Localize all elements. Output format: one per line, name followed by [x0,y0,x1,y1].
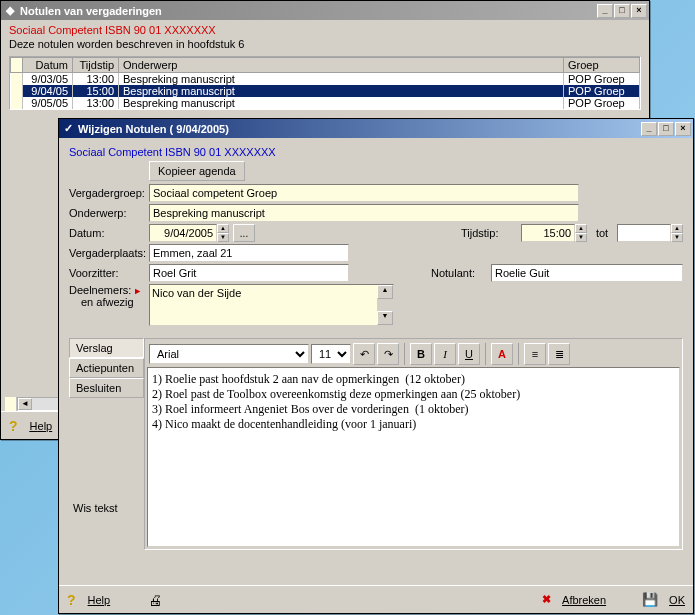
label-en-afwezig: en afwezig [81,296,134,308]
tab-verslag[interactable]: Verslag [69,338,144,358]
col-onderwerp[interactable]: Onderwerp [119,58,564,73]
dialog-title: Wijzigen Notulen ( 9/04/2005) [78,123,229,135]
tab-besluiten[interactable]: Besluiten [69,378,144,398]
label-vergaderplaats: Vergaderplaats: [69,247,149,259]
datum-spinner[interactable]: ▲▼ [217,224,229,242]
datum-input[interactable] [149,224,217,242]
underline-button[interactable]: U [458,343,480,365]
save-icon: 💾 [642,592,658,607]
table-row[interactable]: 9/05/05 13:00 Bespreking manuscript POP … [11,97,640,109]
notulen-titlebar[interactable]: ◆ Notulen van vergaderingen _ □ × [1,1,649,20]
font-size-select[interactable]: 11 [311,344,351,364]
col-groep[interactable]: Groep [564,58,640,73]
notulen-title: Notulen van vergaderingen [20,5,162,17]
help-link[interactable]: Help [30,420,53,432]
tijdstip-spinner[interactable]: ▲▼ [575,224,587,242]
editor-textarea[interactable]: 1) Roelie past hoofdstuk 2 aan nav de op… [147,367,680,547]
print-icon[interactable]: 🖨 [148,592,162,608]
maximize-button[interactable]: □ [658,122,674,136]
undo-button[interactable]: ↶ [353,343,375,365]
scroll-left-button[interactable]: ◄ [18,398,32,410]
table-row[interactable]: 9/04/05 15:00 Bespreking manuscript POP … [11,85,640,97]
notulen-description: Deze notulen worden beschreven in hoofds… [9,38,641,50]
tab-actiepunten[interactable]: Actiepunten [69,358,144,378]
cancel-icon: ✖ [542,593,551,606]
date-picker-button[interactable]: ... [233,224,255,242]
label-datum: Datum: [69,227,149,239]
close-button[interactable]: × [675,122,691,136]
notulen-heading: Sociaal Competent ISBN 90 01 XXXXXXX [9,24,641,36]
notulen-table: Datum Tijdstip Onderwerp Groep 9/03/05 1… [9,56,641,110]
afbreken-button[interactable]: Afbreken [562,594,606,606]
label-vergadergroep: Vergadergroep: [69,187,149,199]
minimize-button[interactable]: _ [597,4,613,18]
editor-toolbar: Arial 11 ↶ ↷ B I U A ≡ ≣ [147,341,680,367]
bold-button[interactable]: B [410,343,432,365]
help-icon: ? [67,592,76,608]
wijzigen-notulen-dialog: ✓ Wijzigen Notulen ( 9/04/2005) _ □ × So… [58,118,694,614]
tijdstip-input[interactable] [521,224,575,242]
onderwerp-input[interactable] [149,204,579,222]
vergaderplaats-input[interactable] [149,244,349,262]
number-list-button[interactable]: ≣ [548,343,570,365]
voorzitter-input[interactable] [149,264,349,282]
app-icon: ◆ [3,4,17,18]
label-deelnemers: Deelnemers: [69,284,131,296]
table-header-row: Datum Tijdstip Onderwerp Groep [11,58,640,73]
tot-input[interactable] [617,224,671,242]
required-marker: ► [133,286,142,296]
label-voorzitter: Voorzitter: [69,267,149,279]
close-button[interactable]: × [631,4,647,18]
dialog-heading: Sociaal Competent ISBN 90 01 XXXXXXX [69,146,683,158]
deelnemers-textarea[interactable]: Nico van der Sijde ▲▼ [149,284,394,326]
minimize-button[interactable]: _ [641,122,657,136]
bullet-list-button[interactable]: ≡ [524,343,546,365]
font-color-button[interactable]: A [491,343,513,365]
dialog-icon: ✓ [61,122,75,136]
label-tot: tot [587,227,617,239]
italic-button[interactable]: I [434,343,456,365]
table-row[interactable]: 9/03/05 13:00 Bespreking manuscript POP … [11,73,640,86]
notulant-input[interactable] [491,264,683,282]
label-notulant: Notulant: [431,267,491,279]
help-icon: ? [9,418,18,434]
col-datum[interactable]: Datum [23,58,73,73]
col-tijdstip[interactable]: Tijdstip [73,58,119,73]
tot-spinner[interactable]: ▲▼ [671,224,683,242]
ok-button[interactable]: OK [669,594,685,606]
maximize-button[interactable]: □ [614,4,630,18]
vergadergroep-input[interactable] [149,184,579,202]
font-select[interactable]: Arial [149,344,309,364]
label-onderwerp: Onderwerp: [69,207,149,219]
dialog-titlebar[interactable]: ✓ Wijzigen Notulen ( 9/04/2005) _ □ × [59,119,693,138]
label-tijdstip: Tijdstip: [461,227,521,239]
help-link[interactable]: Help [88,594,111,606]
kopieer-agenda-button[interactable]: Kopieer agenda [149,161,245,181]
textarea-scrollbar[interactable]: ▲▼ [377,285,393,325]
redo-button[interactable]: ↷ [377,343,399,365]
wis-tekst-link[interactable]: Wis tekst [69,498,144,518]
